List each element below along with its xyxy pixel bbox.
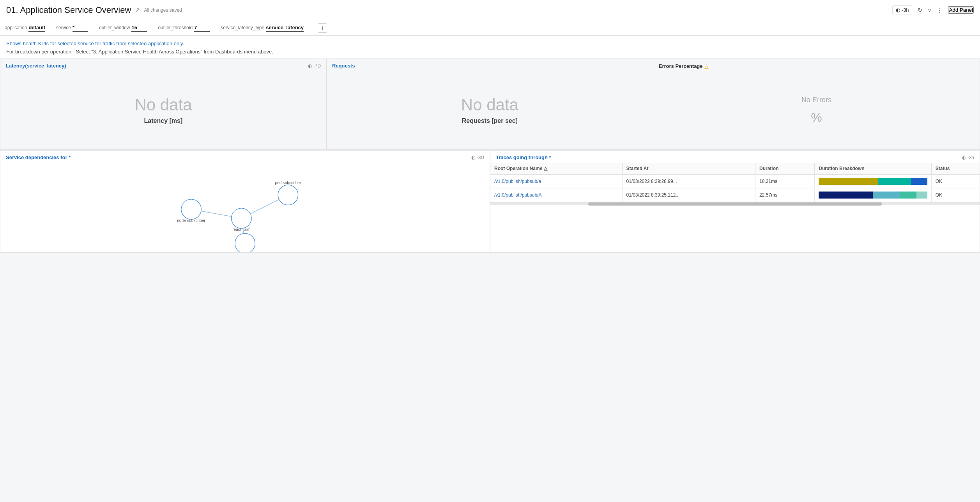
col-breakdown[interactable]: Duration Breakdown: [815, 163, 931, 175]
traces-table: Root Operation Name △ Started At Duratio…: [490, 163, 980, 202]
cell-duration-2: 22.57ms: [755, 188, 815, 202]
requests-panel: Requests No data Requests [per sec]: [327, 59, 653, 150]
row1-panels: Latency(service_latency) ◐ -7D No data L…: [0, 59, 980, 150]
clock-small-icon2: ◐: [471, 155, 475, 160]
var-service-latency-type[interactable]: service_latency_type service_latency: [221, 25, 304, 32]
errors-panel-title: Errors Percentage: [659, 63, 703, 69]
dependencies-panel: Service dependencies for * ◐ -3D node-su…: [0, 150, 490, 253]
share-icon[interactable]: ↗: [135, 6, 140, 14]
cell-breakdown-1: [815, 175, 931, 188]
filter-icon[interactable]: ▿: [928, 7, 931, 14]
cell-breakdown-2: [815, 188, 931, 202]
dur-seg-1c: [911, 178, 927, 185]
latency-panel-header: Latency(service_latency) ◐ -7D: [0, 59, 326, 71]
cell-started-1: 01/03/2022 8:39:28.99...: [622, 175, 755, 188]
dur-seg-2b: [873, 192, 900, 199]
dependencies-svg: node-subscriber react-form perl-subscrib…: [0, 163, 490, 252]
var-service[interactable]: service *: [56, 25, 88, 32]
dependencies-graph: node-subscriber react-form perl-subscrib…: [0, 163, 490, 252]
requests-nodata-text: No data: [461, 96, 518, 114]
more-options-icon[interactable]: ⋮: [937, 7, 943, 14]
traces-table-header: Root Operation Name △ Started At Duratio…: [490, 163, 980, 175]
traces-scrollbar[interactable]: [490, 202, 980, 205]
dependencies-panel-time: ◐ -3D: [471, 155, 484, 160]
clock-icon: ◐: [896, 7, 900, 13]
cell-started-2: 01/03/2022 8:39:25.112...: [622, 188, 755, 202]
col-operation[interactable]: Root Operation Name △: [490, 163, 622, 175]
row2-panels: Service dependencies for * ◐ -3D node-su…: [0, 150, 980, 253]
dur-seg-2c: [900, 192, 916, 199]
errors-panel-content: No Errors %: [653, 71, 980, 149]
node-react-form[interactable]: [232, 208, 252, 229]
dur-seg-1b: [878, 178, 911, 185]
errors-panel: Errors Percentage △ No Errors %: [653, 59, 980, 150]
latency-nodata-text: No data: [134, 96, 192, 114]
traces-panel-time: ◐ -3h: [962, 155, 974, 160]
col-duration[interactable]: Duration: [755, 163, 815, 175]
latency-nodata: No data Latency [ms]: [0, 71, 326, 149]
node-label-node-subscriber: node-subscriber: [177, 218, 205, 223]
table-row[interactable]: /v1.0/publish/pubsub/a 01/03/2022 8:39:2…: [490, 175, 980, 188]
sort-icon: △: [544, 166, 547, 171]
requests-panel-title: Requests: [332, 63, 355, 69]
latency-panel: Latency(service_latency) ◐ -7D No data L…: [0, 59, 327, 150]
requests-panel-header: Requests: [327, 59, 653, 71]
var-outlier-threshold[interactable]: outlier_threshold 7: [158, 25, 210, 32]
clock-small-icon: ◐: [308, 63, 312, 69]
latency-panel-title: Latency(service_latency): [6, 63, 66, 69]
traces-table-body: /v1.0/publish/pubsub/a 01/03/2022 8:39:2…: [490, 175, 980, 202]
info-main: Shows health KPIs for selected service f…: [6, 41, 974, 46]
dur-seg-2d: [916, 192, 927, 199]
dur-seg-1a: [819, 178, 878, 185]
cell-operation-2: /v1.0/publish/pubsub/A: [490, 188, 622, 202]
traces-panel: Traces going through * ◐ -3h Root Operat…: [490, 150, 980, 253]
latency-axis-label: Latency [ms]: [144, 117, 183, 124]
dur-seg-2a: [819, 192, 873, 199]
node-label-react-form: react-form: [232, 227, 250, 232]
header-left: 01. Application Service Overview ↗ All c…: [6, 5, 182, 15]
dependencies-panel-title: Service dependencies for *: [6, 154, 71, 160]
info-banner: Shows health KPIs for selected service f…: [0, 35, 980, 59]
add-panel-button[interactable]: Add Panel: [948, 6, 974, 14]
node-pytho-riber[interactable]: [235, 233, 255, 252]
col-status[interactable]: Status: [931, 163, 980, 175]
info-sub: For breakdown per operation - Select "3.…: [6, 49, 974, 55]
traces-panel-title: Traces going through *: [496, 154, 551, 160]
var-outlier-window[interactable]: outlier_window 15: [99, 25, 147, 32]
scrollbar-thumb: [588, 202, 882, 206]
clock-small-icon3: ◐: [962, 155, 966, 160]
traces-panel-header: Traces going through * ◐ -3h: [490, 151, 980, 163]
add-variable-button[interactable]: +: [318, 23, 327, 33]
variables-bar: application default service * outlier_wi…: [0, 20, 980, 35]
traces-table-container: Root Operation Name △ Started At Duratio…: [490, 163, 980, 202]
saved-status: All changes saved: [144, 7, 182, 13]
warning-icon: △: [704, 63, 709, 69]
time-range-picker[interactable]: ◐ -3h: [892, 5, 913, 14]
cell-duration-1: 18.21ms: [755, 175, 815, 188]
node-label-perl-subscriber: perl-subscriber: [275, 181, 301, 185]
dependencies-panel-header: Service dependencies for * ◐ -3D: [0, 151, 490, 163]
page-title: 01. Application Service Overview: [6, 5, 131, 15]
node-perl-subscriber[interactable]: [278, 185, 298, 205]
requests-axis-label: Requests [per sec]: [462, 117, 518, 124]
requests-nodata: No data Requests [per sec]: [327, 71, 653, 149]
cell-status-2: OK: [931, 188, 980, 202]
var-application[interactable]: application default: [5, 25, 45, 32]
app-header: 01. Application Service Overview ↗ All c…: [0, 0, 980, 20]
header-actions: ◐ -3h ↻ ▿ ⋮ Add Panel: [892, 5, 974, 14]
col-started[interactable]: Started At: [622, 163, 755, 175]
cell-status-1: OK: [931, 175, 980, 188]
cell-operation-1: /v1.0/publish/pubsub/a: [490, 175, 622, 188]
errors-panel-header: Errors Percentage △: [653, 59, 980, 71]
errors-no-errors-label: No Errors: [801, 96, 831, 104]
refresh-icon[interactable]: ↻: [918, 7, 923, 14]
table-row[interactable]: /v1.0/publish/pubsub/A 01/03/2022 8:39:2…: [490, 188, 980, 202]
latency-panel-time: ◐ -7D: [308, 63, 321, 69]
errors-percent-sign: %: [811, 110, 822, 125]
node-node-subscriber[interactable]: [181, 199, 202, 220]
